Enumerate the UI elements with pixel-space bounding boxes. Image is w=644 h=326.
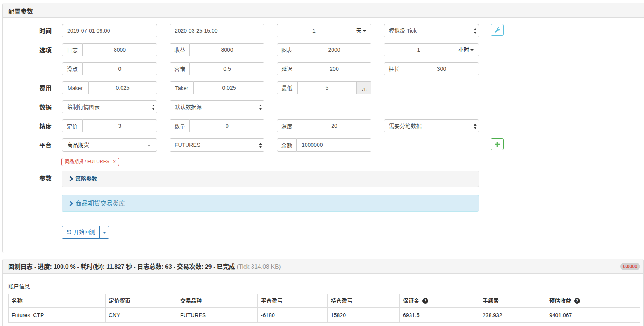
svg-text:?: ? bbox=[576, 298, 578, 303]
svg-text:?: ? bbox=[424, 298, 426, 303]
